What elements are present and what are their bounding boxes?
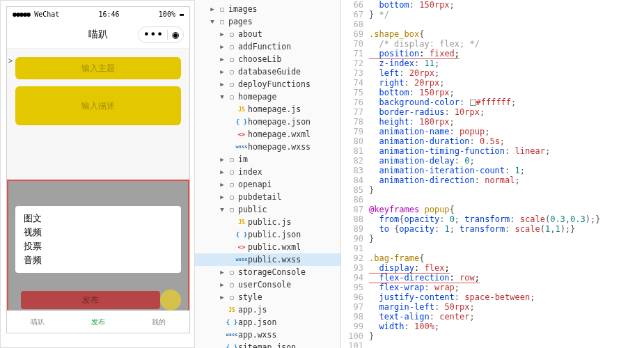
disclosure-arrow-icon[interactable]: ▼ xyxy=(219,93,226,100)
tree-file[interactable]: <>public.wxml xyxy=(195,241,340,253)
code-line[interactable]: @keyframes popup{ xyxy=(369,205,644,214)
tab-item[interactable]: 我的 xyxy=(152,317,166,327)
code-line[interactable]: animation-delay: 0; xyxy=(369,156,644,166)
code-line[interactable]: text-align: center; xyxy=(369,312,644,322)
disclosure-arrow-icon[interactable]: ▶ xyxy=(219,168,226,175)
target-icon[interactable]: ◉ xyxy=(172,28,179,41)
popup-option[interactable]: 视频 xyxy=(24,226,173,239)
tree-folder[interactable]: ▶▢addFunction xyxy=(195,40,340,53)
disclosure-arrow-icon[interactable]: ▶ xyxy=(219,43,226,50)
disclosure-arrow-icon[interactable]: ▼ xyxy=(209,18,216,25)
disclosure-arrow-icon[interactable]: ▶ xyxy=(219,68,226,75)
code-line[interactable]: animation-timing-function: linear; xyxy=(369,146,644,156)
code-line[interactable]: to {opacity: 1; transform: scale(1,1);} xyxy=(369,224,644,234)
tree-file[interactable]: JSpublic.js xyxy=(195,216,340,228)
file-tree-panel[interactable]: ▶▢images▼▢pages▶▢about▶▢addFunction▶▢cho… xyxy=(195,0,341,348)
tree-file[interactable]: wxsspublic.wxss xyxy=(195,253,340,266)
code-line[interactable]: display: flex; xyxy=(369,263,644,273)
tree-folder[interactable]: ▶▢index xyxy=(195,166,340,178)
tree-file[interactable]: wxsshomepage.wxss xyxy=(195,141,340,153)
code-line[interactable]: flex-wrap: wrap; xyxy=(369,283,644,292)
code-line[interactable] xyxy=(369,195,644,205)
code-content[interactable]: bottom: 150rpx;} */ .shape_box{ /* displ… xyxy=(369,0,644,348)
code-line[interactable]: from{opacity: 0; transform: scale(0.3,0.… xyxy=(369,214,644,224)
disclosure-arrow-icon[interactable]: ▼ xyxy=(219,206,226,213)
code-line[interactable]: } xyxy=(369,331,644,341)
disclosure-arrow-icon[interactable]: ▶ xyxy=(209,6,216,13)
tree-folder[interactable]: ▶▢openapi xyxy=(195,178,340,191)
highlight-overlay: 图文 视频 投票 音频 发布 xyxy=(7,180,189,319)
file-label: index xyxy=(238,167,262,177)
code-line[interactable]: animation-direction: normal; xyxy=(369,175,644,185)
fab-button[interactable] xyxy=(160,290,181,310)
tree-folder[interactable]: ▼▢pages xyxy=(195,15,340,28)
tree-file[interactable]: wxssapp.wxss xyxy=(195,329,340,341)
tree-file[interactable]: <>homepage.wxml xyxy=(195,128,340,141)
code-line[interactable]: right: 20rpx; xyxy=(369,78,644,88)
disclosure-arrow-icon[interactable]: ▶ xyxy=(219,281,226,288)
code-line[interactable]: border-radius: 10rpx; xyxy=(369,107,644,117)
more-icon[interactable]: ••• xyxy=(143,28,163,41)
tree-folder[interactable]: ▶▢im xyxy=(195,153,340,166)
tree-file[interactable]: JSapp.js xyxy=(195,303,340,316)
tab-item[interactable]: 发布 xyxy=(91,317,105,327)
popup-option[interactable]: 图文 xyxy=(24,212,173,226)
tree-file[interactable]: { }app.json xyxy=(195,316,340,329)
code-line[interactable]: } xyxy=(369,185,644,195)
code-line[interactable]: animation-duration: 0.5s; xyxy=(369,136,644,146)
disclosure-arrow-icon[interactable]: ▶ xyxy=(219,294,226,301)
tree-folder[interactable]: ▶▢pubdetail xyxy=(195,191,340,203)
code-line[interactable]: .shape_box{ xyxy=(369,29,644,39)
disclosure-arrow-icon[interactable]: ▶ xyxy=(219,193,226,200)
tree-file[interactable]: { }public.json xyxy=(195,228,340,241)
publish-button[interactable]: 发布 xyxy=(21,291,160,309)
tree-folder[interactable]: ▶▢about xyxy=(195,28,340,40)
code-line[interactable] xyxy=(369,244,644,253)
code-line[interactable]: background-color: #ffffff; xyxy=(369,97,644,107)
code-editor[interactable]: 6667686970717273747576777879808182838485… xyxy=(341,0,644,348)
tree-folder[interactable]: ▶▢style xyxy=(195,291,340,303)
code-line[interactable]: } xyxy=(369,234,644,244)
code-line[interactable]: flex-direction: row; xyxy=(369,273,644,283)
tree-folder[interactable]: ▶▢userConsole xyxy=(195,278,340,291)
tree-file[interactable]: { }sitemap.json xyxy=(195,341,340,348)
disclosure-arrow-icon[interactable]: ▶ xyxy=(219,31,226,38)
disclosure-arrow-icon[interactable]: ▶ xyxy=(219,181,226,188)
code-line[interactable] xyxy=(369,341,644,348)
desc-input[interactable]: 输入描述 xyxy=(15,86,181,125)
code-line[interactable]: margin-left: 50rpx; xyxy=(369,302,644,312)
popup-option[interactable]: 音频 xyxy=(24,253,173,267)
disclosure-arrow-icon[interactable]: ▶ xyxy=(219,156,226,163)
code-line[interactable]: /* display: flex; */ xyxy=(369,39,644,49)
tab-item[interactable]: 喵趴 xyxy=(31,317,45,327)
code-line[interactable]: left: 20rpx; xyxy=(369,68,644,78)
popup-option[interactable]: 投票 xyxy=(24,239,173,253)
tree-folder[interactable]: ▶▢storageConsole xyxy=(195,266,340,278)
topic-input[interactable]: 输入主题 xyxy=(15,57,181,79)
code-line[interactable]: bottom: 150rpx; xyxy=(369,0,644,10)
disclosure-arrow-icon[interactable]: ▶ xyxy=(219,269,226,276)
code-line[interactable] xyxy=(369,19,644,29)
code-line[interactable]: .bag-frame{ xyxy=(369,253,644,263)
tree-folder[interactable]: ▶▢chooseLib xyxy=(195,53,340,65)
tree-folder[interactable]: ▼▢public xyxy=(195,203,340,216)
tree-folder[interactable]: ▶▢databaseGuide xyxy=(195,65,340,78)
disclosure-arrow-icon[interactable]: ▶ xyxy=(219,56,226,63)
capsule-button[interactable]: ••• ◉ xyxy=(138,26,184,43)
code-line[interactable]: z-index: 11; xyxy=(369,58,644,68)
tree-file[interactable]: { }homepage.json xyxy=(195,116,340,128)
tree-folder[interactable]: ▼▢homepage xyxy=(195,90,340,103)
code-line[interactable]: height: 180rpx; xyxy=(369,117,644,127)
tree-folder[interactable]: ▶▢deployFunctions xyxy=(195,78,340,90)
file-label: pubdetail xyxy=(238,192,281,202)
code-line[interactable]: bottom: 150rpx; xyxy=(369,88,644,97)
code-line[interactable]: justify-content: space-between; xyxy=(369,292,644,302)
tree-file[interactable]: JShomepage.js xyxy=(195,103,340,116)
tree-folder[interactable]: ▶▢images xyxy=(195,3,340,15)
code-line[interactable]: animation-iteration-count: 1; xyxy=(369,166,644,175)
code-line[interactable]: } */ xyxy=(369,10,644,19)
code-line[interactable]: position: fixed; xyxy=(369,49,644,58)
code-line[interactable]: animation-name: popup; xyxy=(369,127,644,136)
disclosure-arrow-icon[interactable]: ▶ xyxy=(219,81,226,88)
code-line[interactable]: width: 100%; xyxy=(369,322,644,331)
